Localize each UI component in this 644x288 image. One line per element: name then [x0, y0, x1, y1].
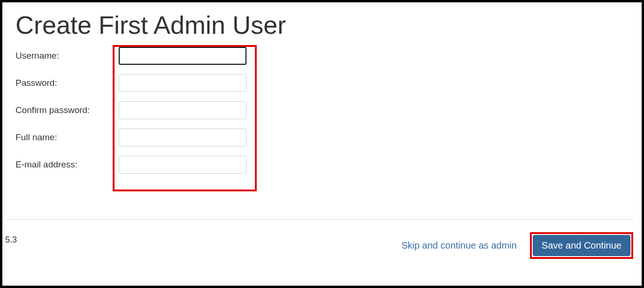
form-row-password: Password: [15, 74, 629, 92]
footer-divider [5, 219, 632, 220]
password-label: Password: [15, 78, 102, 88]
username-input[interactable] [119, 47, 246, 65]
email-input[interactable] [119, 156, 246, 174]
username-label: Username: [15, 51, 102, 61]
email-label: E-mail address: [15, 159, 102, 170]
form-row-confirm-password: Confirm password: [15, 101, 629, 119]
page-title: Create First Admin User [15, 10, 629, 40]
version-text: 5.3 [5, 235, 17, 245]
password-input[interactable] [119, 74, 246, 92]
full-name-label: Full name: [15, 132, 102, 143]
save-continue-button[interactable]: Save and Continue [533, 235, 630, 256]
form-row-email: E-mail address: [15, 156, 629, 174]
confirm-password-label: Confirm password: [15, 105, 102, 115]
admin-user-form: Username: Password: Confirm password: Fu… [15, 47, 629, 174]
form-row-username: Username: [15, 47, 629, 65]
skip-continue-link[interactable]: Skip and continue as admin [401, 240, 517, 251]
form-row-full-name: Full name: [15, 129, 629, 146]
confirm-password-input[interactable] [119, 101, 246, 119]
footer: 5.3 Skip and continue as admin Save and … [2, 227, 642, 258]
full-name-input[interactable] [119, 129, 246, 146]
